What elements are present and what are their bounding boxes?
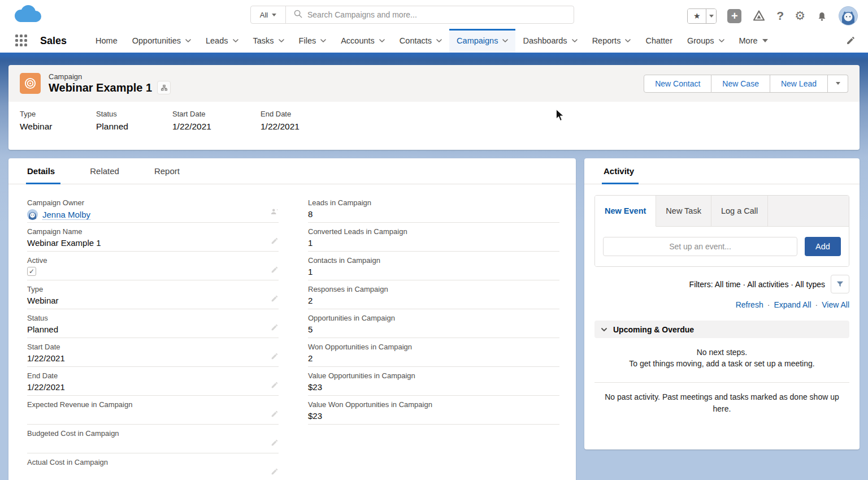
nav-tab-dashboards[interactable]: Dashboards bbox=[515, 29, 584, 53]
tab-related[interactable]: Related bbox=[90, 158, 119, 184]
tab-report[interactable]: Report bbox=[154, 158, 180, 184]
composer-tab-new-task[interactable]: New Task bbox=[656, 196, 711, 226]
field-campaign-name: Campaign Name Webinar Example 1 bbox=[27, 223, 279, 252]
global-actions-plus-icon[interactable]: + bbox=[727, 9, 741, 23]
activity-links: Refresh· Expand All· View All bbox=[594, 300, 849, 309]
details-left-column: Campaign Owner Jenna Molby Campaign Na bbox=[27, 194, 279, 480]
nav-tab-campaigns[interactable]: Campaigns bbox=[449, 29, 515, 53]
active-checkbox[interactable]: ✓ bbox=[27, 267, 36, 276]
setup-gear-icon[interactable]: ⚙ bbox=[795, 9, 805, 23]
edit-icon[interactable] bbox=[271, 410, 279, 420]
no-next-steps-message: No next steps. To get things moving, add… bbox=[594, 347, 849, 369]
highlight-end-date: End Date 1/22/2021 bbox=[261, 110, 349, 150]
app-navigation-bar: Sales Home Opportunities Leads Tasks Fil… bbox=[0, 29, 868, 53]
global-header: All ★ + ? ⚙ bbox=[0, 0, 868, 29]
filter-icon[interactable] bbox=[831, 275, 849, 293]
page-content: Campaign Webinar Example 1 New Contact N… bbox=[0, 53, 868, 480]
guidance-center-icon[interactable] bbox=[752, 9, 766, 23]
user-avatar[interactable] bbox=[839, 6, 858, 25]
field-active: Active ✓ bbox=[27, 252, 279, 280]
refresh-link[interactable]: Refresh bbox=[736, 300, 763, 309]
field-expected-revenue: Expected Revenue in Campaign bbox=[27, 396, 279, 425]
field-status: Status Planned bbox=[27, 309, 279, 338]
upcoming-overdue-section-header[interactable]: Upcoming & Overdue bbox=[594, 321, 849, 338]
nav-tab-files[interactable]: Files bbox=[292, 29, 334, 53]
favorites-button-group: ★ bbox=[687, 8, 717, 24]
more-caret-icon bbox=[762, 39, 768, 42]
activity-filters-summary: Filters: All time · All activities · All… bbox=[689, 280, 825, 289]
highlights-panel: Type Webinar Status Planned Start Date 1… bbox=[8, 102, 860, 150]
highlight-start-date: Start Date 1/22/2021 bbox=[172, 110, 261, 150]
edit-icon[interactable] bbox=[271, 295, 279, 305]
field-budgeted-cost: Budgeted Cost in Campaign bbox=[27, 425, 279, 453]
field-campaign-owner: Campaign Owner Jenna Molby bbox=[27, 194, 279, 223]
more-actions-dropdown[interactable] bbox=[828, 75, 848, 93]
owner-avatar bbox=[27, 209, 38, 220]
salesforce-logo-icon bbox=[11, 3, 44, 28]
edit-icon[interactable] bbox=[271, 352, 279, 362]
activity-card: Activity New Event New Task Log a Call A… bbox=[584, 158, 860, 449]
salesforce-campaign-page: All ★ + ? ⚙ bbox=[0, 0, 868, 480]
nav-tab-leads[interactable]: Leads bbox=[198, 29, 246, 53]
view-all-link[interactable]: View All bbox=[822, 300, 849, 309]
field-actual-cost: Actual Cost in Campaign bbox=[27, 453, 279, 480]
nav-tab-home[interactable]: Home bbox=[88, 29, 125, 53]
set-up-event-input[interactable] bbox=[603, 237, 797, 256]
edit-icon[interactable] bbox=[271, 439, 279, 449]
composer-tab-new-event[interactable]: New Event bbox=[595, 196, 656, 227]
notifications-bell-icon[interactable] bbox=[816, 10, 828, 22]
section-title: Upcoming & Overdue bbox=[613, 325, 694, 334]
new-lead-button[interactable]: New Lead bbox=[770, 75, 828, 93]
favorites-star-icon[interactable]: ★ bbox=[688, 9, 706, 23]
edit-icon[interactable] bbox=[271, 266, 279, 276]
nav-tab-chatter[interactable]: Chatter bbox=[638, 29, 680, 53]
details-card: Details Related Report Campaign Owner Je… bbox=[8, 158, 576, 480]
search-input[interactable] bbox=[307, 10, 545, 19]
owner-link[interactable]: Jenna Molby bbox=[42, 210, 90, 220]
favorites-dropdown[interactable] bbox=[706, 9, 716, 23]
change-owner-icon[interactable] bbox=[270, 207, 279, 218]
divider bbox=[594, 382, 849, 383]
edit-icon[interactable] bbox=[271, 323, 279, 334]
search-scope-selector[interactable]: All bbox=[251, 6, 286, 23]
tab-details[interactable]: Details bbox=[27, 158, 55, 184]
field-leads-in-campaign: Leads in Campaign 8 bbox=[308, 194, 559, 223]
help-icon[interactable]: ? bbox=[776, 9, 784, 23]
field-value-won-opportunities: Value Won Opportunities in Campaign $23 bbox=[308, 396, 559, 425]
nav-tab-reports[interactable]: Reports bbox=[585, 29, 639, 53]
nav-tab-accounts[interactable]: Accounts bbox=[333, 29, 392, 53]
app-launcher-icon[interactable] bbox=[15, 34, 28, 47]
tab-activity[interactable]: Activity bbox=[604, 158, 634, 184]
app-name: Sales bbox=[40, 35, 67, 47]
new-case-button[interactable]: New Case bbox=[711, 75, 770, 93]
field-end-date: End Date 1/22/2021 bbox=[27, 367, 279, 396]
record-entity-label: Campaign bbox=[49, 72, 171, 81]
new-contact-button[interactable]: New Contact bbox=[644, 75, 711, 93]
view-hierarchy-icon[interactable] bbox=[157, 81, 171, 94]
field-contacts-in-campaign: Contacts in Campaign 1 bbox=[308, 252, 559, 280]
search-icon bbox=[294, 10, 302, 20]
edit-icon[interactable] bbox=[271, 237, 279, 247]
record-action-buttons: New Contact New Case New Lead bbox=[644, 75, 848, 93]
nav-tab-tasks[interactable]: Tasks bbox=[246, 29, 292, 53]
nav-tab-opportunities[interactable]: Opportunities bbox=[125, 29, 198, 53]
composer-tab-log-a-call[interactable]: Log a Call bbox=[711, 196, 768, 226]
highlight-type: Type Webinar bbox=[20, 110, 96, 150]
global-search: All bbox=[250, 6, 574, 24]
edit-navigation-pencil-icon[interactable] bbox=[846, 36, 856, 47]
expand-all-link[interactable]: Expand All bbox=[774, 300, 811, 309]
caret-down-icon bbox=[272, 14, 276, 16]
campaign-object-icon bbox=[20, 73, 41, 94]
nav-tab-groups[interactable]: Groups bbox=[680, 29, 732, 53]
no-past-activity-message: No past activity. Past meetings and task… bbox=[594, 391, 849, 415]
chevron-down-icon bbox=[601, 328, 607, 331]
search-scope-label: All bbox=[260, 11, 268, 19]
nav-tab-contacts[interactable]: Contacts bbox=[392, 29, 449, 53]
field-start-date: Start Date 1/22/2021 bbox=[27, 338, 279, 367]
nav-tab-more[interactable]: More bbox=[732, 29, 775, 53]
add-button[interactable]: Add bbox=[805, 237, 841, 256]
field-won-opportunities: Won Opportunities in Campaign 2 bbox=[308, 338, 559, 367]
edit-icon[interactable] bbox=[271, 381, 279, 391]
edit-icon[interactable] bbox=[271, 468, 279, 478]
field-responses-in-campaign: Responses in Campaign 2 bbox=[308, 280, 559, 309]
